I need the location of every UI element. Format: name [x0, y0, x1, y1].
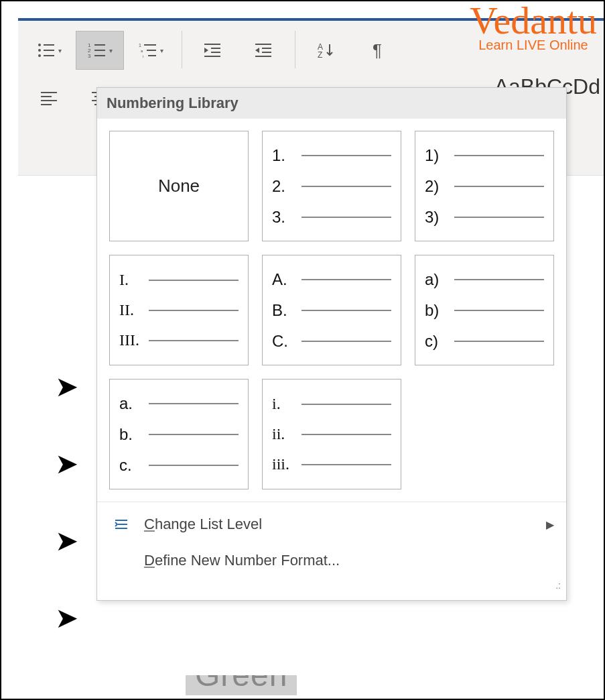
tile-row: iii. — [272, 455, 391, 473]
tile-row: i. — [272, 395, 391, 413]
tile-line — [454, 217, 544, 218]
tile-number-label: 3. — [272, 208, 295, 227]
numbering-button[interactable]: 123 ▾ — [76, 31, 124, 70]
resize-handle-icon[interactable]: .: — [97, 579, 566, 593]
numbering-tile-4[interactable]: A.B.C. — [262, 255, 401, 365]
tile-line — [149, 310, 239, 311]
tile-number-label: i. — [272, 395, 295, 413]
tile-number-label: I. — [119, 271, 142, 289]
tile-row: c) — [425, 332, 544, 351]
numbering-tile-5[interactable]: a)b)c) — [415, 255, 554, 365]
svg-text:Z: Z — [318, 50, 322, 59]
svg-rect-13 — [144, 44, 156, 46]
multilevel-icon: 1ai — [139, 42, 157, 58]
svg-rect-25 — [262, 48, 271, 49]
svg-rect-1 — [44, 44, 54, 46]
tile-number-label: c) — [425, 332, 448, 351]
svg-rect-30 — [41, 92, 57, 93]
svg-rect-21 — [211, 52, 220, 53]
tile-line — [301, 434, 391, 435]
tile-line — [454, 310, 544, 311]
tile-line — [301, 155, 391, 156]
tile-number-label: 2) — [425, 177, 448, 196]
multilevel-list-button[interactable]: 1ai ▾ — [127, 31, 175, 70]
chevron-down-icon: ▾ — [160, 47, 163, 54]
change-list-level-menu[interactable]: Change List Level ▶ — [97, 506, 566, 542]
separator — [295, 31, 295, 68]
svg-rect-20 — [211, 48, 220, 49]
tile-line — [454, 279, 544, 280]
bullets-button[interactable]: ▾ — [25, 31, 73, 70]
numbering-tile-0[interactable]: None — [109, 131, 249, 241]
sort-button[interactable]: AZ — [302, 31, 350, 70]
svg-rect-18 — [204, 44, 220, 45]
list-bullet-arrow: ➤ — [55, 524, 78, 557]
svg-text:a: a — [141, 49, 143, 53]
tile-row: I. — [119, 271, 239, 289]
document-text-selected[interactable]: Green — [186, 675, 297, 695]
tile-row: a. — [119, 394, 239, 413]
define-new-number-format-menu[interactable]: Define New Number Format... — [97, 542, 566, 579]
pilcrow-icon: ¶ — [373, 40, 382, 61]
separator — [182, 31, 182, 68]
tile-number-label: b. — [119, 425, 142, 444]
svg-text:i: i — [143, 54, 143, 58]
tile-row: 3. — [272, 208, 391, 227]
tile-line — [149, 280, 239, 281]
tile-number-label: 3) — [425, 208, 448, 227]
tile-number-label: a. — [119, 394, 142, 413]
svg-rect-26 — [262, 52, 271, 53]
increase-indent-button[interactable] — [240, 31, 288, 70]
tile-line — [301, 310, 391, 311]
tile-number-label: a) — [425, 270, 448, 289]
numbering-tile-grid: None1.2.3.1)2)3)I.II.III.A.B.C.a)b)c)a.b… — [97, 119, 566, 502]
tile-row: A. — [272, 270, 391, 289]
tile-row: c. — [119, 456, 239, 475]
tile-line — [301, 404, 391, 405]
list-bullet-arrow: ➤ — [55, 601, 78, 634]
tile-row: 2) — [425, 177, 544, 196]
tile-row: II. — [119, 301, 239, 319]
svg-rect-27 — [255, 56, 271, 57]
tile-row: b. — [119, 425, 239, 444]
list-bullet-arrow: ➤ — [55, 447, 78, 480]
submenu-arrow-icon: ▶ — [546, 518, 554, 531]
svg-point-0 — [38, 44, 41, 46]
show-hide-marks-button[interactable]: ¶ — [353, 31, 401, 70]
popup-footer: Change List Level ▶ Define New Number Fo… — [97, 502, 566, 600]
svg-marker-19 — [204, 48, 208, 53]
tile-line — [301, 217, 391, 218]
svg-rect-3 — [44, 50, 54, 51]
chevron-down-icon: ▾ — [109, 47, 113, 54]
svg-point-4 — [38, 54, 41, 57]
svg-rect-31 — [41, 96, 52, 97]
align-left-button[interactable] — [25, 82, 73, 115]
tile-number-label: II. — [119, 301, 142, 319]
tile-line — [149, 403, 239, 404]
tile-number-label: iii. — [272, 455, 295, 473]
menu-label: Define New Number Format... — [144, 552, 340, 569]
tile-row: 1) — [425, 146, 544, 165]
tile-line — [454, 186, 544, 187]
tile-line — [301, 186, 391, 187]
numbering-tile-3[interactable]: I.II.III. — [109, 255, 249, 365]
decrease-indent-button[interactable] — [189, 31, 237, 70]
numbering-tile-6[interactable]: a.b.c. — [109, 379, 249, 489]
svg-text:1: 1 — [139, 43, 141, 48]
svg-text:3: 3 — [88, 53, 91, 58]
tile-number-label: ii. — [272, 425, 295, 443]
sort-icon: AZ — [318, 42, 335, 59]
numbering-tile-1[interactable]: 1.2.3. — [262, 131, 401, 241]
svg-rect-33 — [41, 104, 52, 105]
tile-number-label: b) — [425, 301, 448, 320]
numbering-tile-7[interactable]: i.ii.iii. — [262, 379, 401, 489]
numbering-tile-2[interactable]: 1)2)3) — [415, 131, 554, 241]
tile-row: a) — [425, 270, 544, 289]
tile-row: 3) — [425, 208, 544, 227]
tile-number-label: c. — [119, 456, 142, 475]
tile-row: 1. — [272, 146, 391, 165]
tile-line — [454, 155, 544, 156]
tile-line — [149, 434, 239, 435]
change-level-icon — [109, 518, 133, 530]
numbering-icon: 123 — [88, 42, 107, 58]
